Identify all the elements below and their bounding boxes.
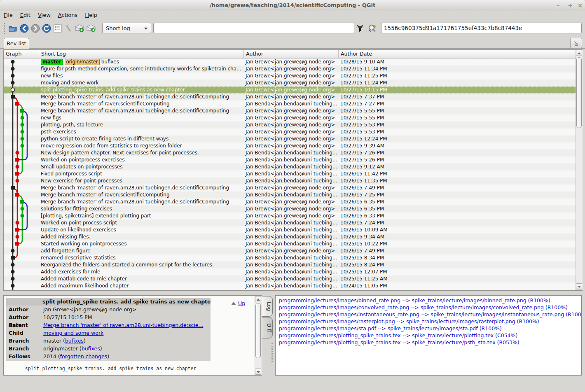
table-row[interactable]: plotting, psth, sta lectureJan Grewe<jan… <box>4 121 576 128</box>
field-link[interactable]: bufixes <box>82 345 100 352</box>
table-row[interactable]: Added exercises for mleJan Benda<jan.ben… <box>4 268 576 275</box>
field-link[interactable]: Merge branch 'master' of raven.am28.uni-… <box>43 322 203 328</box>
table-row[interactable]: renamed descriptive-statisticsJan Benda<… <box>4 254 576 261</box>
tab-log[interactable]: Log <box>262 296 273 317</box>
table-row[interactable]: split plotting_spike trains. add spike t… <box>4 86 576 93</box>
table-row[interactable]: python script to create firing rates in … <box>4 135 576 142</box>
column-header-graph[interactable]: Graph <box>4 50 39 58</box>
menu-edit[interactable]: Edit <box>16 11 34 19</box>
table-row[interactable]: New design pattern chapter. Next exercis… <box>4 149 576 156</box>
short-log-cell: psth exercises <box>39 128 244 135</box>
file-rename-entry[interactable]: programming/lectures/plotting_spike_trai… <box>279 332 581 339</box>
scroll-up-arrow[interactable] <box>576 50 582 56</box>
field-link[interactable]: moving and some work <box>43 330 103 336</box>
field-value: Jan Grewe<jan.grewe@g-node.org> <box>43 306 211 313</box>
filter-button[interactable] <box>355 22 365 34</box>
field-link[interactable]: bufixes <box>65 338 84 344</box>
table-row[interactable]: solutions for fitting exercisesJan Grewe… <box>4 205 576 212</box>
table-row[interactable]: move regression code from statistics to … <box>4 142 576 149</box>
menu-actions[interactable]: Actions <box>54 11 82 19</box>
menu-help[interactable]: Help <box>81 11 101 19</box>
field-link[interactable]: forgotten changes <box>60 353 107 359</box>
table-row[interactable]: moving and some workJan Grewe<jan.grewe@… <box>4 79 576 86</box>
graph-cell <box>4 114 39 121</box>
up-control[interactable]: Up <box>231 300 245 306</box>
menu-view[interactable]: View <box>34 11 54 19</box>
maximize-button[interactable]: + <box>565 0 575 11</box>
detail-scrollbar[interactable] <box>255 296 261 375</box>
highlight-search-button[interactable] <box>367 22 378 34</box>
short-log-cell: Fixed pointprocess script <box>39 170 244 177</box>
file-rename-entry[interactable]: programming/lectures/plotting_spike_trai… <box>279 339 581 346</box>
table-row[interactable]: add forgotten figureJan Grewe<jan.grewe@… <box>4 247 576 254</box>
column-header-short-log[interactable]: Short Log <box>39 50 244 58</box>
table-row[interactable]: Merge branch 'master' of raven.am28.uni-… <box>4 198 576 205</box>
splitter-grip[interactable] <box>271 343 274 362</box>
table-row[interactable]: New exercise for point processesJan Bend… <box>4 177 576 184</box>
magic-wand-button[interactable] <box>63 22 74 34</box>
forward-button[interactable] <box>30 22 41 34</box>
table-row[interactable]: Reorganized the folders and started a co… <box>4 261 576 268</box>
table-row[interactable]: Merge branch 'master' of raven.am28.uni-… <box>4 93 576 100</box>
table-row[interactable]: new filesJan Grewe<jan.grewe@g-node.org>… <box>4 72 576 79</box>
table-row[interactable]: [plotting, spiketrains] extended plottin… <box>4 212 576 219</box>
file-rename-entry[interactable]: programming/lectures/images/instantaneou… <box>279 311 581 318</box>
apply-patch-button[interactable] <box>86 22 97 34</box>
table-row[interactable]: Added missing files.Jan Benda<jan.benda@… <box>4 233 576 240</box>
table-row[interactable]: Small updates on pointprocessesJan Benda… <box>4 163 576 170</box>
graph-cell <box>4 79 39 86</box>
minimize-button[interactable]: – <box>553 0 563 11</box>
view-toggle-button[interactable] <box>52 22 63 34</box>
menu-file[interactable]: File <box>0 11 16 19</box>
scrollbar-thumb[interactable] <box>255 303 261 358</box>
file-rename-entry[interactable]: programming/lectures/images/sta.pdf --> … <box>279 325 581 332</box>
view-mode-select[interactable]: Short log <box>102 23 151 33</box>
field-label: Author date <box>6 313 43 321</box>
table-row[interactable]: Fixed pointprocess scriptJan Benda<jan.b… <box>4 170 576 177</box>
tab-corner-button[interactable] <box>570 38 582 48</box>
open-repository-button[interactable] <box>7 22 18 34</box>
up-link[interactable]: Up <box>238 300 245 306</box>
table-row[interactable]: Merge branch 'master' of raven.am28.uni-… <box>4 107 576 114</box>
graph-cell <box>4 72 39 79</box>
field-label: Child <box>6 329 43 337</box>
table-row[interactable]: Worked on pointprocess exercisesJan Bend… <box>4 156 576 163</box>
file-rename-entry[interactable]: programming/lectures/images/rasterplot.p… <box>279 318 581 325</box>
column-header-author[interactable]: Author <box>244 50 339 58</box>
table-row[interactable]: new figsJan Grewe<jan.grewe@g-node.org>1… <box>4 114 576 121</box>
table-row[interactable]: Worked on point process scriptJan Benda<… <box>4 219 576 226</box>
column-header-author-date[interactable]: Author Date <box>339 50 582 58</box>
tab-diff[interactable]: Diff <box>262 317 273 338</box>
up-arrow-icon <box>231 302 236 305</box>
back-button[interactable] <box>19 22 30 34</box>
graph-cell <box>4 87 39 93</box>
scroll-up-arrow[interactable] <box>255 296 261 302</box>
table-row[interactable]: Added matlab code to mle chapterJan Bend… <box>4 275 576 282</box>
table-row[interactable]: Started working on pointprocessesJan Ben… <box>4 240 576 247</box>
author-cell: Jan Benda<jan.benda@uni-tuebing... <box>244 156 339 163</box>
table-row[interactable]: Update on likelihood exercisesJan Benda<… <box>4 226 576 233</box>
tab-rev-list[interactable]: Rev list <box>4 38 29 49</box>
scroll-down-arrow[interactable] <box>576 283 582 289</box>
table-row[interactable]: Merge branch 'master' of raven.am28.uni-… <box>4 184 576 191</box>
rev-list-scrollbar[interactable] <box>576 50 583 290</box>
save-patch-button[interactable] <box>74 22 85 34</box>
table-row[interactable]: psth exercisesJan Grewe<jan.grewe@g-node… <box>4 128 576 135</box>
refresh-button[interactable] <box>41 22 52 34</box>
file-rename-entry[interactable]: programming/lectures/images/binned_rate.… <box>279 297 581 304</box>
author-cell: Jan Grewe<jan.grewe@g-node.org> <box>244 247 339 254</box>
table-row[interactable]: figure for psth method comparsion, some … <box>4 65 576 72</box>
search-input[interactable] <box>153 23 354 33</box>
file-rename-entry[interactable]: programming/lectures/images/convolved_ra… <box>279 304 581 311</box>
scroll-down-arrow[interactable] <box>255 369 261 375</box>
table-row[interactable]: Merge branch 'master' of raven:scientifi… <box>4 191 576 198</box>
scrollbar-thumb[interactable] <box>576 57 582 128</box>
rev-list-table: GraphShort LogAuthorAuthor Date masteror… <box>3 49 583 291</box>
table-row[interactable]: Added maximum likelihood chapterJan Bend… <box>4 282 576 289</box>
close-button[interactable]: × <box>575 0 585 11</box>
sha-input[interactable] <box>381 23 582 33</box>
detail-field: Branchorigin/master (bufixes) <box>6 345 211 352</box>
table-row[interactable]: masterorigin/masterbufixesJan Grewe<jan.… <box>4 58 576 65</box>
table-row[interactable]: Merge branch 'master' of raven:scientifi… <box>4 100 576 107</box>
toolbar-grip[interactable] <box>4 23 7 34</box>
